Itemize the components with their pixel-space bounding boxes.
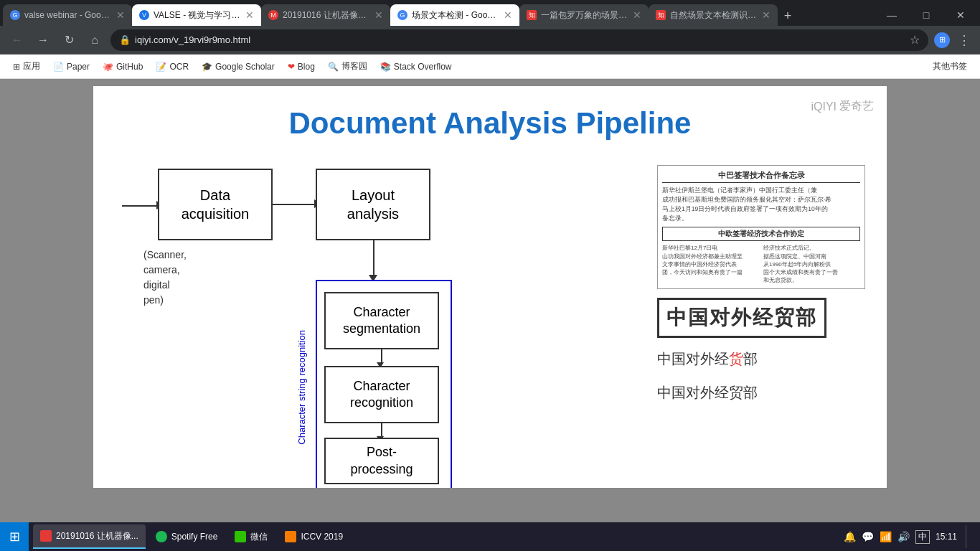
maximize-button[interactable]: □ bbox=[910, 4, 943, 26]
bookmark-ocr[interactable]: 📝 OCR bbox=[150, 60, 194, 73]
box-post-processing: Post- processing bbox=[324, 438, 439, 484]
arrow-rec-to-post bbox=[381, 423, 382, 438]
tab-1[interactable]: G valse webinar - Goog... ✕ bbox=[3, 4, 132, 26]
bookmark-apps[interactable]: ⊞ 应用 bbox=[7, 59, 46, 74]
bookmark-ocr-label: OCR bbox=[169, 62, 189, 72]
url-text: iqiyi.com/v_19rvi9r9mo.html bbox=[135, 34, 905, 45]
slide-title: Document Analysis Pipeline bbox=[93, 106, 887, 141]
windows-icon: ⊞ bbox=[9, 529, 20, 545]
taskbar-item-1-icon bbox=[40, 530, 52, 542]
arrow-start bbox=[122, 205, 158, 207]
chinese-text-2: 中国对外经贸部 bbox=[657, 383, 865, 402]
lock-icon: 🔒 bbox=[119, 34, 131, 45]
taskbar: ⊞ 20191016 让机器像... Spotify Free 微信 ICCV … bbox=[0, 522, 980, 551]
scholar-icon: 🎓 bbox=[202, 62, 212, 72]
apps-icon: ⊞ bbox=[13, 62, 20, 72]
star-icon[interactable]: ☆ bbox=[910, 33, 920, 47]
data-acquisition-label: Data acquisition bbox=[182, 186, 250, 223]
watermark: iQIYI 爱奇艺 bbox=[811, 99, 874, 114]
taskbar-item-2-label: Spotify Free bbox=[171, 532, 218, 542]
address-bar: ← → ↻ ⌂ 🔒 iqiyi.com/v_19rvi9r9mo.html ☆ … bbox=[0, 26, 980, 55]
browser-chrome: G valse webinar - Goog... ✕ V VALSE - 视觉… bbox=[0, 0, 980, 79]
box-layout-analysis: Layout analysis bbox=[316, 169, 430, 240]
volume-icon[interactable]: 🔊 bbox=[897, 531, 910, 542]
taskbar-item-4-icon bbox=[285, 531, 296, 542]
start-button[interactable]: ⊞ bbox=[0, 522, 29, 551]
taskbar-item-1-label: 20191016 让机器像... bbox=[56, 530, 138, 542]
vertical-label: Character string recognition bbox=[294, 283, 308, 488]
tab-close-2[interactable]: ✕ bbox=[245, 9, 254, 21]
bookmark-paper-label: Paper bbox=[67, 62, 90, 72]
box-data-acquisition: Data acquisition bbox=[158, 169, 273, 240]
tab-label-2: VALSE - 视觉与学习青... bbox=[154, 9, 241, 22]
wechat-icon[interactable]: 💬 bbox=[862, 531, 874, 542]
tab-2[interactable]: V VALSE - 视觉与学习青... ✕ bbox=[132, 4, 261, 26]
notification-icon[interactable]: 🔔 bbox=[844, 531, 856, 542]
bookmark-paper[interactable]: 📄 Paper bbox=[47, 60, 95, 73]
taskbar-item-2-icon bbox=[156, 531, 167, 542]
bookmark-scholar-label: Google Scholar bbox=[215, 62, 275, 72]
tab-favicon-5: 知 bbox=[527, 10, 537, 20]
bookmark-github-label: GitHub bbox=[116, 62, 143, 72]
bookmark-apps-label: 应用 bbox=[23, 60, 40, 72]
tab-3[interactable]: M 20191016 让机器像人... ✕ bbox=[261, 4, 390, 26]
chinese-bold-box: 中国对外经贸部 bbox=[657, 298, 826, 338]
doc-examples-area: 中巴签署技术合作备忘录 新华社伊斯兰堡电（记者李家声）中国行工委主任（兼 成功报… bbox=[657, 165, 865, 402]
bookmark-other[interactable]: 其他书签 bbox=[927, 59, 973, 74]
data-acq-note: (Scanner, camera, digital pen) bbox=[143, 248, 187, 308]
taskbar-item-4-label: ICCV 2019 bbox=[301, 532, 343, 542]
tab-4[interactable]: G 场景文本检测 - Googl... ✕ bbox=[390, 4, 519, 26]
tab-close-1[interactable]: ✕ bbox=[116, 9, 125, 21]
tab-close-3[interactable]: ✕ bbox=[374, 9, 383, 21]
tab-label-3: 20191016 让机器像人... bbox=[283, 9, 370, 22]
taskbar-items: 20191016 让机器像... Spotify Free 微信 ICCV 20… bbox=[29, 524, 844, 549]
bookmark-bokeyuan[interactable]: 🔍 博客园 bbox=[322, 59, 373, 74]
tab-close-5[interactable]: ✕ bbox=[633, 9, 641, 21]
stackoverflow-icon: 📚 bbox=[380, 62, 391, 72]
post-proc-label: Post- processing bbox=[350, 444, 413, 478]
slide-container: Document Analysis Pipeline iQIYI 爱奇艺 Dat… bbox=[93, 86, 887, 488]
taskbar-item-4[interactable]: ICCV 2019 bbox=[278, 524, 350, 549]
tab-close-4[interactable]: ✕ bbox=[504, 9, 512, 21]
arrow-seg-to-rec bbox=[381, 349, 382, 364]
bookmark-stackoverflow-label: Stack Overflow bbox=[394, 62, 452, 72]
taskbar-item-1[interactable]: 20191016 让机器像... bbox=[33, 524, 146, 549]
arrow-1 bbox=[273, 204, 316, 205]
tab-favicon-1: G bbox=[10, 10, 20, 20]
tab-favicon-6: 知 bbox=[656, 10, 666, 20]
network-icon[interactable]: 📶 bbox=[880, 531, 892, 542]
github-icon: 🐙 bbox=[103, 62, 113, 72]
show-desktop-button[interactable] bbox=[966, 525, 971, 548]
back-button[interactable]: ← bbox=[7, 30, 27, 50]
tab-6[interactable]: 知 自然场景文本检测识别... ✕ bbox=[649, 4, 778, 26]
tab-close-6[interactable]: ✕ bbox=[762, 9, 771, 21]
taskbar-item-3[interactable]: 微信 bbox=[227, 524, 275, 549]
taskbar-time: 15:11 bbox=[936, 531, 957, 543]
forward-button[interactable]: → bbox=[33, 30, 53, 50]
taskbar-item-2[interactable]: Spotify Free bbox=[149, 524, 225, 549]
bookmark-github[interactable]: 🐙 GitHub bbox=[97, 60, 149, 73]
chrome-menu-button[interactable]: ⋮ bbox=[956, 32, 973, 49]
reload-button[interactable]: ↻ bbox=[59, 30, 79, 50]
doc-section-divider: 中欧签署经济技术合作协定 bbox=[662, 227, 860, 241]
close-button[interactable]: ✕ bbox=[944, 4, 977, 26]
bookmark-blog[interactable]: ❤ Blog bbox=[282, 60, 321, 73]
bookmark-google-scholar[interactable]: 🎓 Google Scholar bbox=[196, 60, 281, 73]
home-button[interactable]: ⌂ bbox=[85, 30, 105, 50]
new-tab-button[interactable]: + bbox=[778, 6, 798, 26]
tab-favicon-3: M bbox=[268, 10, 278, 20]
extensions-button[interactable]: ⊞ bbox=[934, 32, 950, 48]
url-bar[interactable]: 🔒 iqiyi.com/v_19rvi9r9mo.html ☆ bbox=[110, 29, 928, 51]
bookmarks-bar: ⊞ 应用 📄 Paper 🐙 GitHub 📝 OCR 🎓 Google Sch… bbox=[0, 55, 980, 79]
doc-image-1: 中巴签署技术合作备忘录 新华社伊斯兰堡电（记者李家声）中国行工委主任（兼 成功报… bbox=[657, 165, 865, 289]
taskbar-right: 🔔 💬 📶 🔊 中 15:11 bbox=[844, 525, 980, 548]
bookmark-stackoverflow[interactable]: 📚 Stack Overflow bbox=[374, 60, 458, 73]
tab-favicon-2: V bbox=[139, 10, 149, 20]
bookmark-bokeyuan-label: 博客园 bbox=[341, 60, 367, 72]
paper-icon: 📄 bbox=[53, 62, 64, 72]
input-method-icon[interactable]: 中 bbox=[915, 530, 930, 544]
tab-5[interactable]: 知 一篇包罗万象的场景文... ✕ bbox=[519, 4, 649, 26]
url-bar-icons: ☆ bbox=[910, 33, 920, 47]
bokeyuan-icon: 🔍 bbox=[328, 62, 339, 72]
minimize-button[interactable]: — bbox=[875, 4, 908, 26]
